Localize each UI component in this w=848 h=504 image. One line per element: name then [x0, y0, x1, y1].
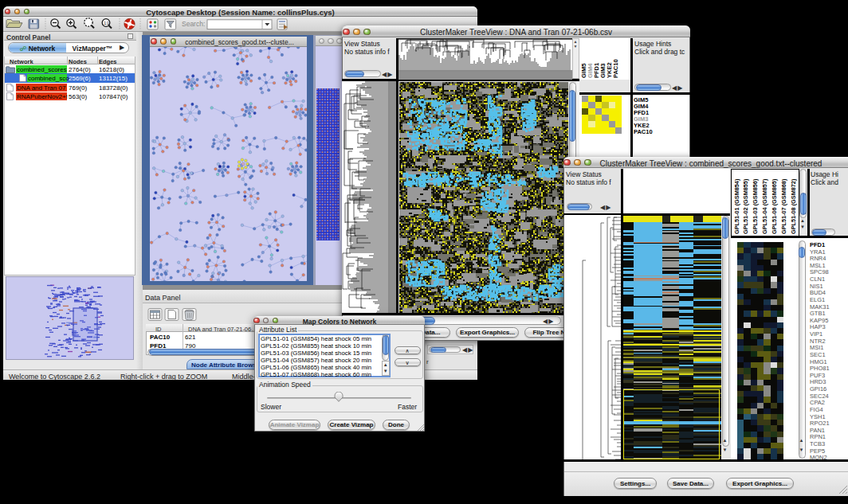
svg-text:GPL51-06 (GSM865): GPL51-06 (GSM865) [771, 178, 778, 234]
svg-text:GPL51-02 (GSM855): GPL51-02 (GSM855) [742, 178, 749, 234]
svg-text:GPL51-01 (GSM854): GPL51-01 (GSM854) [733, 178, 740, 234]
svg-text:GPL51-03 (GSM856): GPL51-03 (GSM856) [752, 178, 759, 234]
svg-text:PAC10: PAC10 [612, 59, 619, 78]
svg-text:GPL51-04 (GSM857): GPL51-04 (GSM857) [761, 178, 768, 234]
svg-text:GPL51-07 (GSM868): GPL51-07 (GSM868) [780, 178, 787, 234]
svg-text:Search:: Search: [182, 20, 205, 28]
svg-text:1:1: 1:1 [104, 21, 109, 25]
svg-text:GPL51-08 (GSM872): GPL51-08 (GSM872) [790, 178, 797, 234]
